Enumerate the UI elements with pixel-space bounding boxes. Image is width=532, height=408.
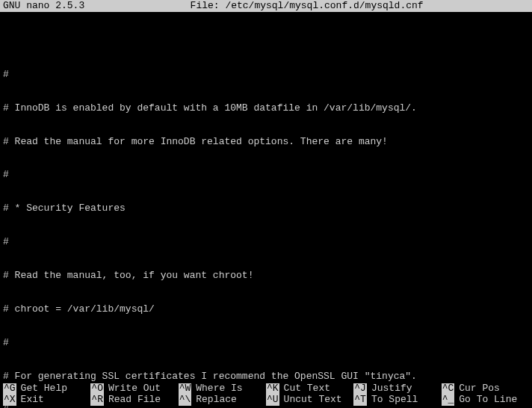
shortcut-key: ^C <box>442 383 455 395</box>
shortcut-label: Get Help <box>21 383 67 395</box>
shortcut-label: To Spell <box>371 395 418 406</box>
file-line: # <box>3 338 529 349</box>
shortcut-exit[interactable]: ^XExit <box>3 395 90 406</box>
shortcut-label: Where Is <box>196 383 242 395</box>
file-path: File: /etc/mysql/mysql.conf.d/mysqld.cnf <box>84 1 529 11</box>
shortcut-key: ^_ <box>442 395 455 406</box>
shortcut-to-spell[interactable]: ^TTo Spell <box>353 395 441 406</box>
editor-area[interactable]: # # InnoDB is enabled by default with a … <box>0 12 532 408</box>
file-line: # * Security Features <box>3 203 529 214</box>
shortcut-cur-pos[interactable]: ^CCur Pos <box>442 383 529 395</box>
shortcut-read-file[interactable]: ^RRead File <box>90 395 178 406</box>
shortcut-key: ^\ <box>179 395 192 406</box>
shortcut-go-to-line[interactable]: ^_Go To Line <box>442 395 529 406</box>
shortcut-bar: ^GGet Help ^OWrite Out ^WWhere Is ^KCut … <box>0 383 532 408</box>
file-line: # Read the manual for more InnoDB relate… <box>3 137 529 148</box>
shortcut-key: ^R <box>90 395 104 406</box>
shortcut-key: ^T <box>353 395 367 406</box>
titlebar: GNU nano 2.5.3 File: /etc/mysql/mysql.co… <box>0 0 532 12</box>
file-line: # For generating SSL certificates I reco… <box>3 371 529 383</box>
shortcut-row-1: ^GGet Help ^OWrite Out ^WWhere Is ^KCut … <box>3 383 529 395</box>
shortcut-where-is[interactable]: ^WWhere Is <box>179 383 266 395</box>
app-name: GNU nano 2.5.3 <box>3 1 84 11</box>
shortcut-key: ^J <box>353 383 367 395</box>
shortcut-key: ^W <box>179 383 192 395</box>
shortcut-key: ^O <box>90 383 104 395</box>
file-line: # <box>3 170 529 181</box>
shortcut-key: ^K <box>266 383 279 395</box>
shortcut-write-out[interactable]: ^OWrite Out <box>90 383 178 395</box>
shortcut-key: ^G <box>3 383 16 395</box>
shortcut-label: Justify <box>371 383 412 395</box>
shortcut-key: ^U <box>266 395 279 406</box>
file-line: # chroot = /var/lib/mysql/ <box>3 304 529 315</box>
shortcut-label: Cur Pos <box>459 383 500 395</box>
shortcut-label: Exit <box>21 395 44 406</box>
file-line <box>3 36 529 47</box>
shortcut-cut-text[interactable]: ^KCut Text <box>266 383 353 395</box>
shortcut-key: ^X <box>3 395 16 406</box>
file-line: # InnoDB is enabled by default with a 10… <box>3 103 529 114</box>
shortcut-label: Cut Text <box>284 383 330 395</box>
shortcut-label: Go To Line <box>459 395 517 406</box>
shortcut-justify[interactable]: ^JJustify <box>353 383 441 395</box>
shortcut-replace[interactable]: ^\Replace <box>179 395 266 406</box>
file-line: # <box>3 237 529 248</box>
shortcut-row-2: ^XExit ^RRead File ^\Replace ^UUncut Tex… <box>3 395 529 406</box>
file-line: # <box>3 69 529 81</box>
shortcut-label: Read File <box>108 395 161 406</box>
shortcut-uncut-text[interactable]: ^UUncut Text <box>266 395 353 406</box>
shortcut-label: Replace <box>196 395 237 406</box>
shortcut-get-help[interactable]: ^GGet Help <box>3 383 90 395</box>
file-line: # Read the manual, too, if you want chro… <box>3 271 529 282</box>
shortcut-label: Write Out <box>108 383 161 395</box>
shortcut-label: Uncut Text <box>284 395 342 406</box>
